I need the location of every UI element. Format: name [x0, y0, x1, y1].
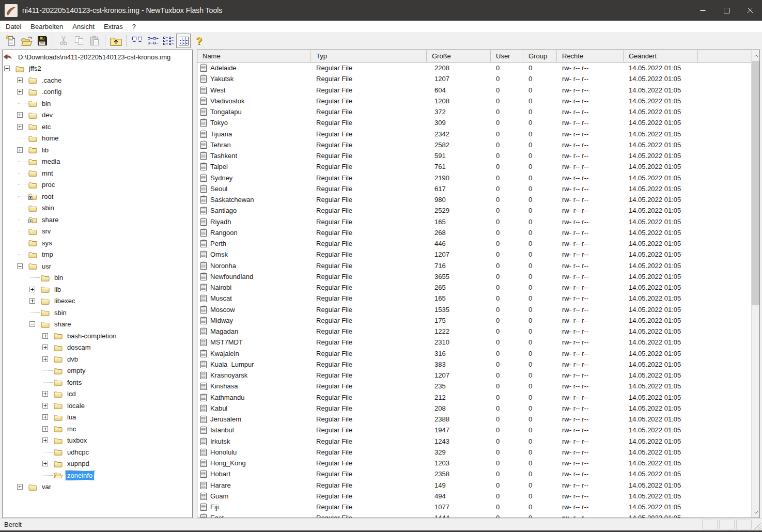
file-row[interactable]: MagadanRegular File122200rw- r-- r--14.0…	[197, 326, 751, 337]
expand-icon[interactable]	[42, 403, 48, 409]
tree-item[interactable]: dvb	[3, 353, 192, 365]
expand-icon[interactable]	[17, 484, 23, 490]
file-row[interactable]: RiyadhRegular File16500rw- r-- r--14.05.…	[197, 216, 751, 227]
folder-up-button[interactable]	[108, 34, 123, 48]
column-header-group[interactable]: Group	[523, 50, 557, 62]
expand-icon[interactable]	[42, 437, 48, 443]
file-row[interactable]: SaskatchewanRegular File98000rw- r-- r--…	[197, 194, 751, 205]
tree-item[interactable]: sys	[3, 237, 192, 249]
file-row[interactable]: TongatapuRegular File37200rw- r-- r--14.…	[197, 106, 751, 117]
file-row[interactable]: IrkutskRegular File124300rw- r-- r--14.0…	[197, 436, 751, 447]
file-row[interactable]: EastRegular File144400rw- r-- r--14.05.2…	[197, 512, 751, 518]
vertical-scrollbar[interactable]	[751, 50, 759, 518]
file-row[interactable]: AdelaideRegular File220800rw- r-- r--14.…	[197, 62, 751, 73]
file-row[interactable]: KinshasaRegular File23500rw- r-- r--14.0…	[197, 381, 751, 392]
scroll-up-button[interactable]	[752, 50, 760, 61]
file-row[interactable]: VladivostokRegular File120800rw- r-- r--…	[197, 96, 751, 106]
tree-item[interactable]: mnt	[3, 167, 192, 179]
scrollbar-thumb[interactable]	[752, 61, 760, 305]
small-icons-view-button[interactable]	[145, 34, 160, 48]
file-row[interactable]: HonoluluRegular File32900rw- r-- r--14.0…	[197, 447, 751, 458]
new-file-button[interactable]	[4, 34, 19, 48]
tree-item[interactable]: .cache	[3, 74, 192, 86]
large-icons-view-button[interactable]	[130, 34, 144, 48]
file-row[interactable]: WestRegular File60400rw- r-- r--14.05.20…	[197, 85, 751, 96]
copy-button[interactable]	[72, 34, 86, 48]
paste-button[interactable]	[87, 34, 102, 48]
tree-item[interactable]: proc	[3, 179, 192, 191]
maximize-button[interactable]	[714, 0, 738, 21]
tree-item[interactable]: bin	[3, 272, 192, 284]
file-row[interactable]: Hong_KongRegular File120300rw- r-- r--14…	[197, 458, 751, 468]
column-header-type[interactable]: Typ	[311, 50, 427, 62]
tree-item[interactable]: empty	[3, 365, 192, 377]
file-row[interactable]: YakutskRegular File120700rw- r-- r--14.0…	[197, 73, 751, 84]
tree-item[interactable]: share	[3, 319, 192, 331]
tree-item[interactable]: bin	[3, 98, 192, 109]
collapse-icon[interactable]	[17, 263, 23, 269]
expand-icon[interactable]	[42, 356, 48, 362]
save-button[interactable]	[35, 34, 50, 48]
tree-item[interactable]: etc	[3, 121, 192, 133]
collapse-icon[interactable]	[29, 321, 35, 327]
file-row[interactable]: SydneyRegular File219000rw- r-- r--14.05…	[197, 173, 751, 183]
file-row[interactable]: NoronhaRegular File71600rw- r-- r--14.05…	[197, 260, 751, 271]
file-row[interactable]: MoscowRegular File153500rw- r-- r--14.05…	[197, 304, 751, 315]
collapse-icon[interactable]	[4, 66, 10, 71]
tree-item[interactable]: .config	[3, 86, 192, 98]
list-view-button[interactable]	[161, 34, 175, 48]
file-row[interactable]: KathmanduRegular File21200rw- r-- r--14.…	[197, 392, 751, 403]
tree-root-item[interactable]: D:\Downloads\ni411-202205140123-cst-kron…	[3, 51, 192, 63]
file-row[interactable]: MuscatRegular File16500rw- r-- r--14.05.…	[197, 293, 751, 304]
file-row[interactable]: KabulRegular File20800rw- r-- r--14.05.2…	[197, 403, 751, 414]
close-button[interactable]	[738, 0, 762, 21]
file-row[interactable]: PerthRegular File44600rw- r-- r--14.05.2…	[197, 238, 751, 249]
expand-icon[interactable]	[17, 124, 23, 130]
tree-item[interactable]: root	[3, 191, 192, 202]
tree-item[interactable]: home	[3, 133, 192, 145]
file-row[interactable]: OmskRegular File120700rw- r-- r--14.05.2…	[197, 249, 751, 260]
tree-item[interactable]: share	[3, 214, 192, 226]
menu-ansicht[interactable]: Ansicht	[68, 21, 99, 32]
tree-item[interactable]: fonts	[3, 377, 192, 388]
file-row[interactable]: MST7MDTRegular File231000rw- r-- r--14.0…	[197, 337, 751, 348]
scroll-down-button[interactable]	[752, 507, 760, 518]
tree-item[interactable]: sbin	[3, 202, 192, 214]
tree-item[interactable]: dev	[3, 109, 192, 121]
open-button[interactable]	[20, 34, 34, 48]
file-row[interactable]: HarareRegular File14900rw- r-- r--14.05.…	[197, 480, 751, 491]
expand-icon[interactable]	[42, 345, 48, 350]
tree-item[interactable]: libexec	[3, 295, 192, 307]
expand-icon[interactable]	[29, 298, 35, 304]
expand-icon[interactable]	[17, 147, 23, 153]
tree-item[interactable]: sbin	[3, 307, 192, 319]
tree-item[interactable]: doscam	[3, 342, 192, 354]
minimize-button[interactable]	[691, 0, 714, 21]
file-row[interactable]: Kuala_LumpurRegular File38300rw- r-- r--…	[197, 359, 751, 370]
file-row[interactable]: TijuanaRegular File234200rw- r-- r--14.0…	[197, 129, 751, 139]
tree-item[interactable]: bash-completion	[3, 330, 192, 342]
tree-item[interactable]: udhcpc	[3, 446, 192, 458]
file-row[interactable]: FijiRegular File107700rw- r-- r--14.05.2…	[197, 502, 751, 512]
details-view-button[interactable]	[176, 34, 191, 48]
tree-item[interactable]: lua	[3, 412, 192, 424]
expand-icon[interactable]	[42, 426, 48, 432]
file-row[interactable]: TehranRegular File258200rw- r-- r--14.05…	[197, 139, 751, 150]
file-row[interactable]: IstanbulRegular File194700rw- r-- r--14.…	[197, 425, 751, 435]
file-row[interactable]: KwajaleinRegular File31600rw- r-- r--14.…	[197, 348, 751, 359]
file-row[interactable]: TashkentRegular File59100rw- r-- r--14.0…	[197, 150, 751, 161]
tree-item[interactable]: lib	[3, 144, 192, 156]
tree-item[interactable]: srv	[3, 226, 192, 238]
tree-item[interactable]: var	[3, 481, 192, 493]
file-row[interactable]: SeoulRegular File61700rw- r-- r--14.05.2…	[197, 183, 751, 194]
expand-icon[interactable]	[17, 112, 23, 118]
tree-item[interactable]: lib	[3, 284, 192, 295]
file-row[interactable]: JerusalemRegular File238800rw- r-- r--14…	[197, 414, 751, 425]
tree-item[interactable]: tmp	[3, 249, 192, 261]
tree-item[interactable]: mc	[3, 423, 192, 435]
tree-item[interactable]: locale	[3, 400, 192, 412]
menu-datei[interactable]: Datei	[1, 21, 26, 32]
resize-grip[interactable]	[753, 519, 761, 530]
file-row[interactable]: NairobiRegular File26500rw- r-- r--14.05…	[197, 282, 751, 293]
tree-item[interactable]: lcd	[3, 388, 192, 400]
